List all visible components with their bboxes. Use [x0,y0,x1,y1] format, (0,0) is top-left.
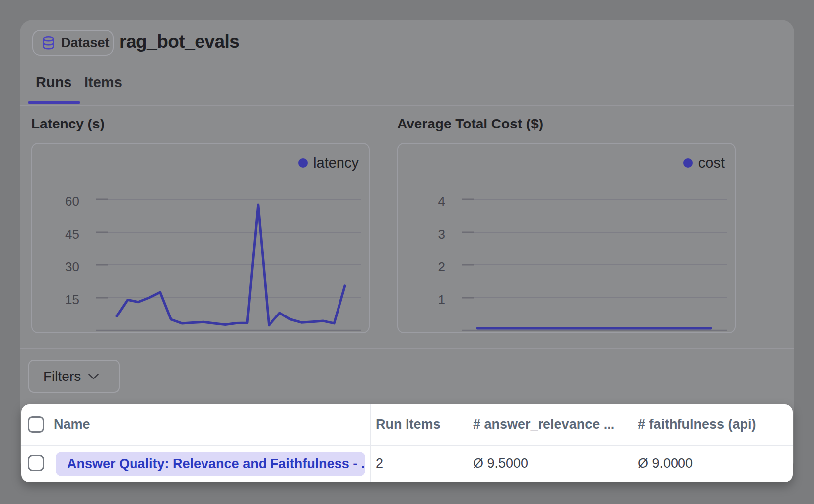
cost-legend-dot-icon [683,158,693,168]
select-all-checkbox[interactable] [28,416,44,433]
latency-chart: 60 45 30 15 latency [31,143,370,333]
cost-chart-plot [398,144,735,332]
tab-items[interactable]: Items [84,74,122,91]
column-header-faithfulness[interactable]: # faithfulness (api) [638,417,756,432]
column-divider [370,404,371,482]
latency-chart-title: Latency (s) [31,116,105,132]
tab-runs[interactable]: Runs [36,74,72,91]
dataset-type-badge: Dataset [32,30,114,56]
run-name-link[interactable]: Answer Quality: Relevance and Faithfulne… [56,452,365,476]
cost-ytick-2: 2 [398,258,445,275]
column-header-answer-relevance[interactable]: # answer_relevance ... [473,417,614,432]
latency-ytick-45: 45 [32,226,79,243]
chevron-down-icon [88,373,99,380]
latency-ytick-15: 15 [32,291,79,308]
latency-chart-plot [32,144,369,332]
latency-legend-dot-icon [298,158,308,168]
latency-ytick-60: 60 [32,193,79,210]
row-checkbox[interactable] [28,455,44,471]
header-row-divider [21,445,793,446]
cost-ytick-3: 3 [398,226,445,243]
latency-legend: latency [298,155,359,171]
badge-label: Dataset [61,35,110,51]
cost-chart-title: Average Total Cost ($) [397,116,543,132]
column-header-name[interactable]: Name [54,417,90,432]
faithfulness-cell: Ø 9.0000 [638,455,693,472]
section-divider [20,348,794,349]
tabs-bottom-border [20,105,794,106]
cost-legend-label: cost [698,155,725,171]
cost-ytick-1: 1 [398,291,445,308]
filters-button-label: Filters [43,369,81,384]
cost-legend: cost [683,155,725,171]
latency-legend-label: latency [313,155,359,171]
runs-table: Name Run Items # answer_relevance ... # … [21,404,793,482]
run-items-cell: 2 [376,455,383,472]
column-header-run-items[interactable]: Run Items [376,417,441,432]
latency-ytick-30: 30 [32,258,79,275]
answer-relevance-cell: Ø 9.5000 [473,455,528,472]
active-tab-underline [28,101,80,104]
filters-button[interactable]: Filters [28,360,120,393]
database-icon [41,35,56,51]
cost-ytick-4: 4 [398,193,445,210]
cost-chart: 4 3 2 1 cost [397,143,736,333]
page-title: rag_bot_evals [119,31,239,52]
